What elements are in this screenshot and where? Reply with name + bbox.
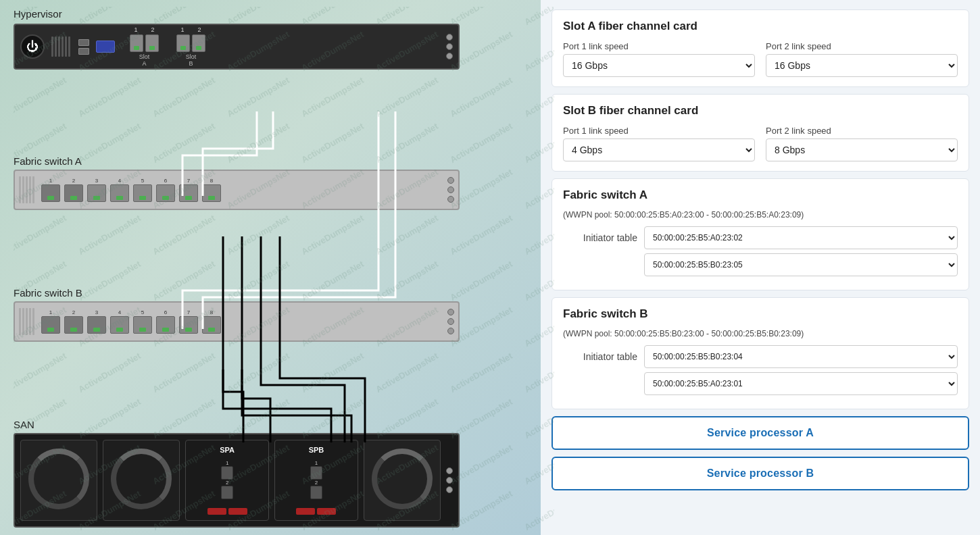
service-processor-b-button[interactable]: Service processor B [552, 457, 969, 490]
san-spb-port-groups: 1 2 [310, 460, 322, 499]
switch-b-ports-row: 1 2 3 4 5 [41, 309, 221, 334]
san-label: SAN [14, 419, 460, 430]
switch-circle [447, 196, 454, 203]
san-sp-a: SPA 1 2 [185, 440, 269, 521]
slot-a-port1-select[interactable]: 4 Gbps 8 Gbps 16 Gbps [563, 54, 755, 77]
fabric-a-init1-select[interactable]: 50:00:00:25:B5:A0:23:00 50:00:00:25:B5:A… [644, 226, 958, 249]
service-processor-a-button[interactable]: Service processor A [552, 416, 969, 450]
san-drive-circle [111, 449, 172, 509]
switch-circle [447, 318, 454, 325]
san-circle [446, 477, 453, 484]
switch-port-group: 2 [64, 309, 83, 334]
san-drive-1 [20, 440, 97, 521]
san-sp-b: SPB 1 2 [274, 440, 358, 521]
san-spa-group1: 1 2 [221, 460, 233, 499]
fabric-a-card: Fabric switch A (WWPN pool: 50:00:00:25:… [552, 178, 969, 290]
switch-port-group: 8 [202, 178, 221, 202]
san-spa-port-label: 2 [226, 480, 228, 486]
power-icon: ⏻ [20, 34, 45, 59]
switch-port-8 [202, 184, 221, 202]
switch-port-7 [179, 184, 198, 202]
vent-line [29, 308, 31, 335]
slot-b-card-title: Slot B fiber channel card [563, 104, 958, 118]
port-num: 4 [118, 309, 121, 315]
fabric-a-initiator-row1: Initiator table 50:00:00:25:B5:A0:23:00 … [563, 226, 958, 249]
san-power-indicator [207, 508, 226, 515]
port-num: 6 [164, 309, 167, 315]
port-green [180, 46, 186, 50]
slot-b-title: SlotB [186, 53, 197, 67]
port-green [185, 196, 192, 200]
slot-a-box: 1 2 SlotA [130, 26, 159, 67]
port-num: 7 [187, 178, 190, 184]
san-spb-port-label: 2 [315, 480, 318, 486]
san-drive-circle [372, 449, 433, 509]
slot-b-port2-col: Port 2 link speed 4 Gbps 8 Gbps 16 Gbps [766, 126, 958, 161]
vent-line [19, 308, 21, 335]
slot-a-port2-num: 2 [151, 26, 155, 33]
vent-line [22, 176, 24, 203]
fabric-a-init2-select[interactable]: 50:00:00:25:B5:B0:23:04 50:00:00:25:B5:B… [644, 253, 958, 276]
switch-port-6 [156, 316, 175, 334]
slot-a-port2-col: Port 2 link speed 4 Gbps 8 Gbps 16 Gbps [766, 41, 958, 77]
port-green [116, 328, 123, 332]
port-green [185, 328, 192, 332]
switch-port-3 [87, 184, 106, 202]
slot-a-port-nums: 1 2 [134, 26, 154, 33]
slot-b-port2-select[interactable]: 4 Gbps 8 Gbps 16 Gbps [766, 138, 958, 161]
fabric-b-init1-select[interactable]: 50:00:00:25:B5:B0:23:03 50:00:00:25:B5:B… [644, 345, 958, 368]
vent-line [58, 36, 60, 57]
san-section: SAN SPA 1 2 [14, 419, 460, 528]
vent-line [62, 36, 64, 57]
slot-a-port2 [145, 34, 159, 52]
switch-port-group: 8 [202, 309, 221, 334]
switch-circle [447, 186, 454, 193]
san-drive-circle [28, 449, 89, 509]
switch-port-4 [110, 316, 129, 334]
fabric-b-card-title: Fabric switch B [563, 307, 958, 321]
san-drive-3 [364, 440, 441, 521]
port-green [116, 196, 123, 200]
port-green [93, 196, 100, 200]
switch-vent [19, 306, 34, 337]
fabric-b-label: Fabric switch B [14, 287, 460, 299]
port-num: 5 [141, 178, 144, 184]
slot-a-port1-num: 1 [134, 26, 137, 33]
san-spa-port1 [221, 466, 233, 480]
slot-a-port2-select[interactable]: 4 Gbps 8 Gbps 16 Gbps [766, 54, 958, 77]
switch-port-group: 7 [179, 178, 198, 202]
slot-b-port1-col: Port 1 link speed 4 Gbps 8 Gbps 16 Gbps [563, 126, 755, 161]
switch-port-3 [87, 316, 106, 334]
switch-port-7 [179, 316, 198, 334]
switch-port-2 [64, 184, 83, 202]
port-num: 3 [95, 178, 98, 184]
port-green [134, 46, 139, 50]
slot-b-port1-select[interactable]: 4 Gbps 8 Gbps 16 Gbps [563, 138, 755, 161]
switch-port-1 [41, 316, 60, 334]
switch-port-group: 2 [64, 178, 83, 202]
switch-circle [447, 177, 454, 184]
san-spb-port1 [310, 466, 322, 480]
port-green [149, 46, 155, 50]
fabric-b-init2-select[interactable]: 50:00:00:25:B5:A0:23:00 50:00:00:25:B5:A… [644, 372, 958, 395]
hypervisor-label: Hypervisor [14, 8, 460, 20]
switch-port-group: 6 [156, 309, 175, 334]
hypervisor-chassis: ⏻ 1 2 [14, 24, 460, 70]
port-green [47, 196, 54, 200]
vent-line [22, 308, 24, 335]
chassis-circle [446, 53, 453, 59]
port-green [162, 328, 169, 332]
fabric-b-wwpn: (WWPN pool: 50:00:00:25:B5:B0:23:00 - 50… [563, 329, 958, 338]
switch-port-group: 1 [41, 309, 60, 334]
slot-b-speed-row: Port 1 link speed 4 Gbps 8 Gbps 16 Gbps … [563, 126, 958, 161]
port-num: 7 [187, 309, 190, 315]
port-num: 4 [118, 178, 121, 184]
port-num: 1 [49, 309, 52, 315]
switch-b-circles [447, 309, 454, 334]
slot-a-port1 [130, 34, 143, 52]
fabric-a-card-title: Fabric switch A [563, 188, 958, 202]
chassis-circle [446, 34, 453, 41]
switch-a-circles [447, 177, 454, 203]
switch-port-group: 4 [110, 309, 129, 334]
fabric-b-initiator-row2: 50:00:00:25:B5:A0:23:00 50:00:00:25:B5:A… [563, 372, 958, 395]
